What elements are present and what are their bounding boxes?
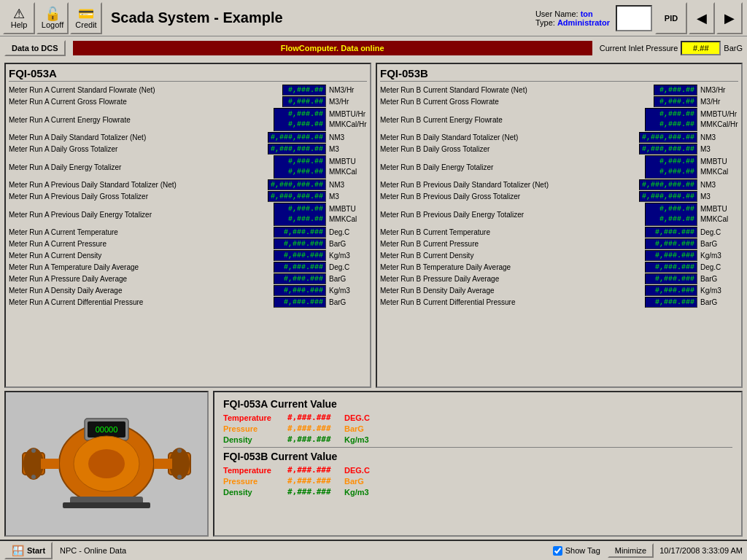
- row-unit: Kg/m3: [700, 252, 738, 260]
- value-box: #,###,###.##: [639, 191, 697, 202]
- fqi-053b-title: FQI-053B: [380, 67, 738, 82]
- table-row: Meter Run B Daily Gross Totalizer#,###,#…: [380, 144, 738, 155]
- row-unit: M3/Hr: [329, 98, 367, 106]
- row-label: Meter Run B Daily Energy Totalizer: [380, 163, 645, 171]
- logoff-icon: 🔓: [44, 7, 61, 20]
- help-label: Help: [11, 20, 28, 29]
- value-box: #,###.###: [645, 250, 697, 261]
- table-row: Meter Run B Current Temperature#,###.###…: [380, 227, 738, 238]
- start-button[interactable]: 🪟 Start: [4, 542, 53, 559]
- row-label: Meter Run A Current Pressure: [9, 240, 274, 248]
- value-box: #,###.###,###.##: [645, 108, 697, 131]
- row-label: Meter Run B Temperature Daily Average: [380, 263, 645, 271]
- row-unit: Deg.C: [329, 228, 367, 236]
- table-row: Meter Run A Current Temperature#,###.###…: [9, 227, 367, 238]
- svg-rect-17: [63, 502, 150, 508]
- npc-status: NPC - Online Data: [60, 546, 126, 555]
- cv-value: #,###.###: [287, 413, 338, 422]
- row-label: Meter Run B Density Daily Average: [380, 287, 645, 295]
- value-box: #,###.###: [645, 262, 697, 273]
- dcs-button[interactable]: Data to DCS: [4, 40, 66, 56]
- value-box: #,###,###.##: [268, 144, 326, 155]
- row-unit: BarG: [700, 240, 738, 248]
- cv-unit: Kg/m3: [344, 488, 369, 497]
- row-label: Meter Run A Daily Standard Totalizer (Ne…: [9, 133, 268, 141]
- cv-row: Density#,###.###Kg/m3: [223, 435, 732, 444]
- value-box: #,###.###: [645, 297, 697, 308]
- cv-label: Temperature: [223, 413, 282, 422]
- show-tag-label: Show Tag: [565, 546, 600, 555]
- row-label: Meter Run B Current Differential Pressur…: [380, 298, 645, 306]
- cv-label: Density: [223, 435, 282, 444]
- row-unit: Deg.C: [700, 263, 738, 271]
- cv-b-title: FQI-053B Current Value: [223, 451, 732, 462]
- meter-svg: 00000: [19, 398, 194, 529]
- cv-unit: BarG: [344, 424, 364, 433]
- row-unit: Kg/m3: [329, 287, 367, 295]
- value-box: #,###.###: [645, 238, 697, 249]
- cv-unit: Kg/m3: [344, 435, 369, 444]
- table-row: Meter Run A Daily Gross Totalizer#,###,#…: [9, 144, 367, 155]
- cv-label: Density: [223, 488, 282, 497]
- value-box: #,###.###: [274, 273, 326, 284]
- row-unit: MMBTUMMKCal: [329, 157, 367, 177]
- value-box: #,###,###.##: [639, 179, 697, 190]
- row-label: Meter Run A Current Standard Flowrate (N…: [9, 86, 282, 94]
- pid-section: PID ◀ ▶: [616, 2, 744, 34]
- table-row: Meter Run B Current Energy Flowrate#,###…: [380, 108, 738, 131]
- table-row: Meter Run A Previous Daily Gross Totaliz…: [9, 191, 367, 202]
- row-label: Meter Run A Previous Daily Standard Tota…: [9, 181, 268, 189]
- value-box: #,###.###: [645, 227, 697, 238]
- cv-unit: DEG.C: [344, 413, 370, 422]
- table-row: Meter Run B Previous Daily Energy Totali…: [380, 203, 738, 226]
- row-label: Meter Run B Previous Daily Gross Totaliz…: [380, 192, 639, 201]
- credit-label: Credit: [75, 20, 96, 29]
- cv-row: Temperature#,###.###DEG.C: [223, 413, 732, 422]
- value-box: #,###,###.##: [268, 132, 326, 143]
- row-unit: MMBTU/HrMMKCal/Hr: [329, 109, 367, 130]
- row-unit: NM3: [700, 181, 738, 189]
- main-content: FQI-053A Meter Run A Current Standard Fl…: [0, 60, 747, 540]
- help-button[interactable]: ⚠ Help: [3, 2, 35, 34]
- cv-value: #,###.###: [287, 465, 338, 475]
- row-unit: MMBTUMMKCal: [700, 157, 738, 177]
- cv-row: Pressure#,###.###BarG: [223, 476, 732, 486]
- pid-button[interactable]: PID: [655, 2, 687, 34]
- minimize-button[interactable]: Minimize: [608, 543, 654, 558]
- table-row: Meter Run A Current Energy Flowrate#,###…: [9, 108, 367, 131]
- minimize-label: Minimize: [615, 546, 646, 555]
- meter-image-panel: 00000: [4, 391, 209, 537]
- row-unit: NM3: [329, 181, 367, 189]
- row-unit: BarG: [329, 275, 367, 283]
- table-row: Meter Run B Temperature Daily Average#,#…: [380, 262, 738, 273]
- help-icon: ⚠: [13, 7, 25, 20]
- logoff-button[interactable]: 🔓 Logoff: [36, 2, 69, 34]
- show-tag-checkbox[interactable]: [553, 546, 562, 556]
- table-row: Meter Run B Daily Standard Totalizer (Ne…: [380, 132, 738, 143]
- datetime: 10/17/2008 3:33:09 AM: [659, 546, 743, 555]
- pressure-section: Current Inlet Pressure #.## BarG: [600, 41, 743, 55]
- svg-rect-5: [41, 459, 59, 469]
- table-row: Meter Run B Previous Daily Gross Totaliz…: [380, 191, 738, 202]
- cv-b-rows: Temperature#,###.###DEG.CPressure#,###.#…: [223, 465, 732, 497]
- table-row: Meter Run A Pressure Daily Average#,###.…: [9, 273, 367, 284]
- table-row: Meter Run A Current Pressure#,###.###Bar…: [9, 238, 367, 249]
- forward-button[interactable]: ▶: [716, 2, 743, 34]
- titlebar: ⚠ Help 🔓 Logoff 💳 Credit Scada System - …: [0, 0, 747, 36]
- credit-button[interactable]: 💳 Credit: [70, 2, 102, 34]
- svg-point-13: [177, 475, 182, 479]
- row-unit: MMBTUMMKCal: [700, 204, 738, 225]
- cv-row: Density#,###.###Kg/m3: [223, 487, 732, 497]
- pid-label: PID: [665, 14, 678, 23]
- value-box: #,###.###: [274, 297, 326, 308]
- cv-divider: [223, 447, 732, 448]
- cv-label: Pressure: [223, 477, 282, 486]
- row-label: Meter Run B Current Pressure: [380, 240, 645, 248]
- cv-row: Pressure#,###.###BarG: [223, 424, 732, 433]
- table-row: Meter Run A Current Differential Pressur…: [9, 297, 367, 308]
- row-label: Meter Run B Current Energy Flowrate: [380, 116, 645, 124]
- value-box: #,###.###: [645, 273, 697, 284]
- type-label: Type:: [535, 18, 555, 27]
- back-button[interactable]: ◀: [689, 2, 715, 34]
- row-label: Meter Run B Pressure Daily Average: [380, 275, 645, 283]
